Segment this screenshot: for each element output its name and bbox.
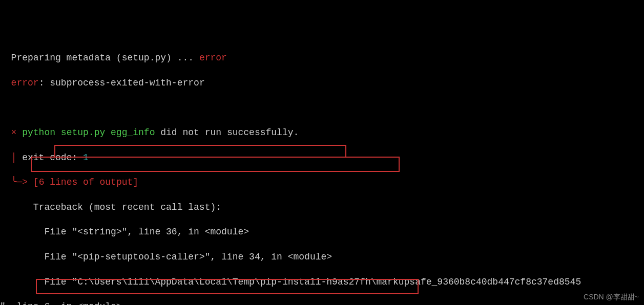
- terminal-line: ╰─> [6 lines of output]: [0, 176, 644, 188]
- traceback-line: Traceback (most recent call last):: [0, 201, 644, 213]
- text: File "C:\Users\lili\AppData\Local\Temp\p…: [0, 277, 581, 287]
- traceback-line: ", line 6, in <module>: [0, 300, 644, 305]
- terminal-line: error: subprocess-exited-with-error: [0, 77, 644, 89]
- terminal-line: Preparing metadata (setup.py) ... error: [0, 52, 644, 64]
- text: File "<string>", line 36, in <module>: [0, 227, 249, 237]
- watermark: CSDN @李甜甜~: [584, 292, 639, 302]
- terminal-line: × python setup.py egg_info did not run s…: [0, 126, 644, 139]
- text: File "<pip-setuptools-caller>", line 34,…: [0, 252, 332, 262]
- output-marker: [6 lines of output]: [33, 177, 138, 187]
- text: ", line 6, in <module>: [0, 301, 122, 305]
- text: exit code:: [22, 152, 83, 163]
- traceback-line: File "<string>", line 36, in <module>: [0, 226, 644, 238]
- blank-line: [0, 101, 644, 114]
- exit-code: 1: [83, 152, 89, 163]
- text: did not run successfully.: [155, 127, 299, 138]
- traceback-line: File "C:\Users\lili\AppData\Local\Temp\p…: [0, 276, 644, 288]
- command-text: python setup.py egg_info: [22, 127, 155, 138]
- text: : subprocess-exited-with-error: [39, 78, 205, 88]
- text: Preparing metadata (setup.py) ...: [0, 53, 199, 63]
- traceback-line: File "<pip-setuptools-caller>", line 34,…: [0, 251, 644, 263]
- error-label: error: [0, 78, 39, 88]
- error-text: error: [199, 53, 227, 63]
- pipe-icon: │: [0, 152, 22, 163]
- cross-icon: ×: [0, 127, 22, 138]
- terminal-line: │ exit code: 1: [0, 151, 644, 164]
- arrow-icon: ╰─>: [0, 177, 33, 187]
- text: Traceback (most recent call last):: [0, 202, 221, 212]
